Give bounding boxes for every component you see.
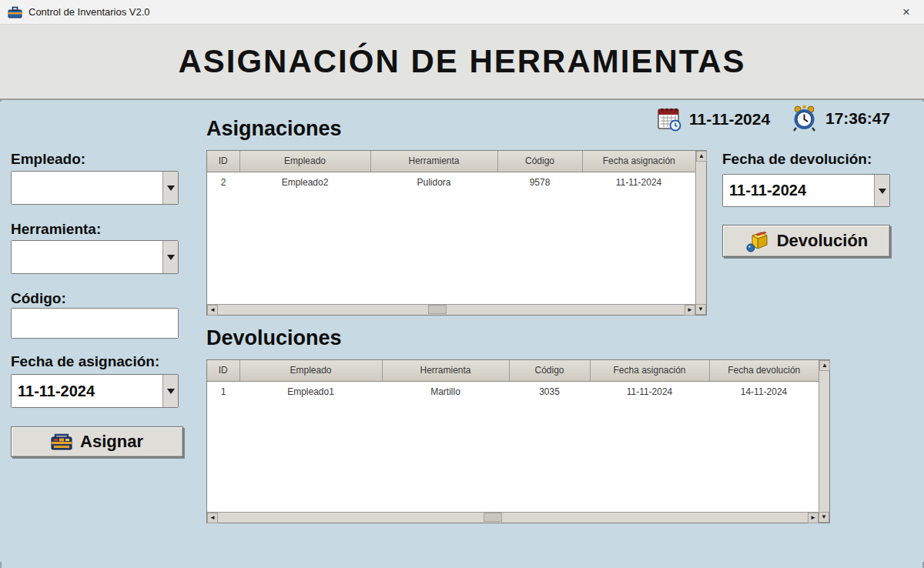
- fecha-asignacion-label: Fecha de asignación:: [11, 353, 159, 370]
- table-cell[interactable]: 11-11-2024: [590, 381, 709, 402]
- column-header[interactable]: Código: [497, 151, 582, 172]
- page-header: ASIGNACIÓN DE HERRAMIENTAS: [0, 25, 924, 100]
- asignar-button[interactable]: Asignar: [11, 426, 183, 457]
- chevron-down-icon[interactable]: [162, 241, 178, 273]
- codigo-label: Código:: [11, 290, 66, 307]
- codigo-field[interactable]: [11, 308, 179, 339]
- column-header[interactable]: Herramienta: [382, 360, 509, 381]
- chevron-down-icon[interactable]: [162, 375, 178, 407]
- devolucion-button-label: Devolución: [777, 231, 869, 251]
- column-header[interactable]: Fecha asignación: [590, 360, 709, 381]
- toolbox-icon: [8, 5, 22, 18]
- devoluciones-grid: IDEmpleadoHerramientaCódigoFecha asignac…: [207, 360, 819, 512]
- scroll-right-icon[interactable]: ►: [685, 305, 695, 316]
- fecha-devolucion-input[interactable]: [723, 175, 874, 206]
- table-cell[interactable]: 11-11-2024: [582, 172, 695, 192]
- window-title: Control de Inventarios V2.0: [28, 6, 150, 18]
- date-value: 11-11-2024: [689, 110, 770, 129]
- package-return-icon: [745, 229, 769, 252]
- scroll-down-icon[interactable]: ▼: [695, 304, 706, 315]
- chevron-down-icon[interactable]: [874, 175, 889, 206]
- fecha-devolucion-label: Fecha de devolución:: [722, 151, 872, 168]
- column-header[interactable]: ID: [207, 360, 239, 381]
- calendar-clock-icon: [657, 106, 682, 132]
- devolucion-button[interactable]: Devolución: [722, 225, 890, 257]
- fecha-asignacion-combobox[interactable]: [11, 374, 179, 408]
- column-header[interactable]: Fecha asignación: [582, 151, 695, 172]
- table-cell[interactable]: 14-11-2024: [709, 381, 819, 402]
- asignaciones-grid: IDEmpleadoHerramientaCódigoFecha asignac…: [207, 151, 695, 304]
- app-window: Control de Inventarios V2.0 × ASIGNACIÓN…: [0, 0, 924, 568]
- fecha-devolucion-combobox[interactable]: [722, 174, 890, 207]
- toolbox-icon: [51, 433, 72, 451]
- asignar-button-label: Asignar: [80, 432, 143, 452]
- codigo-input[interactable]: [12, 309, 178, 338]
- table-cell[interactable]: Martillo: [382, 381, 509, 402]
- column-header[interactable]: Fecha devolución: [709, 360, 819, 381]
- herramienta-input[interactable]: [12, 241, 162, 273]
- fecha-asignacion-input[interactable]: [12, 375, 162, 407]
- devoluciones-table: IDEmpleadoHerramientaCódigoFecha asignac…: [206, 359, 830, 523]
- table-row[interactable]: 2Empleado2Pulidora957811-11-2024: [207, 172, 695, 192]
- empleado-input[interactable]: [12, 172, 162, 204]
- empleado-combobox[interactable]: [11, 171, 179, 205]
- scrollbar-thumb[interactable]: [484, 513, 502, 522]
- column-header[interactable]: Código: [509, 360, 590, 381]
- devoluciones-heading: Devoluciones: [206, 326, 342, 350]
- current-time: 17:36:47: [790, 104, 890, 132]
- column-header[interactable]: Empleado: [239, 360, 382, 381]
- table-cell[interactable]: Empleado1: [239, 381, 382, 402]
- scrollbar-thumb[interactable]: [428, 305, 447, 314]
- current-date: 11-11-2024: [657, 106, 770, 132]
- asignaciones-table: IDEmpleadoHerramientaCódigoFecha asignac…: [206, 150, 707, 316]
- scrollbar-track[interactable]: [218, 513, 808, 523]
- asignaciones-heading: Asignaciones: [206, 117, 342, 141]
- scroll-left-icon[interactable]: ◄: [207, 513, 218, 523]
- scrollbar-track[interactable]: [218, 305, 685, 315]
- column-header[interactable]: Herramienta: [370, 151, 497, 172]
- empleado-label: Empleado:: [11, 151, 85, 168]
- scroll-up-icon[interactable]: ▲: [819, 360, 830, 371]
- table-cell[interactable]: Empleado2: [239, 172, 370, 192]
- horizontal-scrollbar[interactable]: ◄ ►: [207, 304, 695, 315]
- vertical-scrollbar[interactable]: ▲: [819, 360, 829, 512]
- table-row[interactable]: 1Empleado1Martillo303511-11-202414-11-20…: [207, 381, 819, 402]
- alarm-clock-icon: [790, 104, 819, 132]
- titlebar: Control de Inventarios V2.0 ×: [0, 0, 924, 25]
- herramienta-combobox[interactable]: [11, 240, 179, 274]
- scroll-down-icon[interactable]: ▼: [819, 512, 829, 523]
- scroll-left-icon[interactable]: ◄: [207, 305, 218, 316]
- column-header[interactable]: Empleado: [239, 151, 370, 172]
- close-button[interactable]: ×: [889, 0, 924, 24]
- time-value: 17:36:47: [825, 109, 890, 128]
- vertical-scrollbar[interactable]: ▲: [695, 151, 706, 304]
- table-cell[interactable]: 3035: [509, 381, 590, 402]
- chevron-down-icon[interactable]: [162, 172, 178, 204]
- horizontal-scrollbar[interactable]: ◄ ►: [207, 512, 819, 523]
- scroll-up-icon[interactable]: ▲: [696, 151, 707, 162]
- table-header-row: IDEmpleadoHerramientaCódigoFecha asignac…: [207, 151, 695, 172]
- table-cell[interactable]: 9578: [497, 172, 582, 192]
- table-cell[interactable]: 1: [207, 381, 239, 402]
- table-cell[interactable]: 2: [207, 172, 239, 192]
- page-title: ASIGNACIÓN DE HERRAMIENTAS: [178, 43, 745, 80]
- table-cell[interactable]: Pulidora: [370, 172, 497, 192]
- herramienta-label: Herramienta:: [11, 221, 101, 238]
- scroll-right-icon[interactable]: ►: [808, 513, 819, 523]
- column-header[interactable]: ID: [207, 151, 239, 172]
- table-header-row: IDEmpleadoHerramientaCódigoFecha asignac…: [207, 360, 819, 381]
